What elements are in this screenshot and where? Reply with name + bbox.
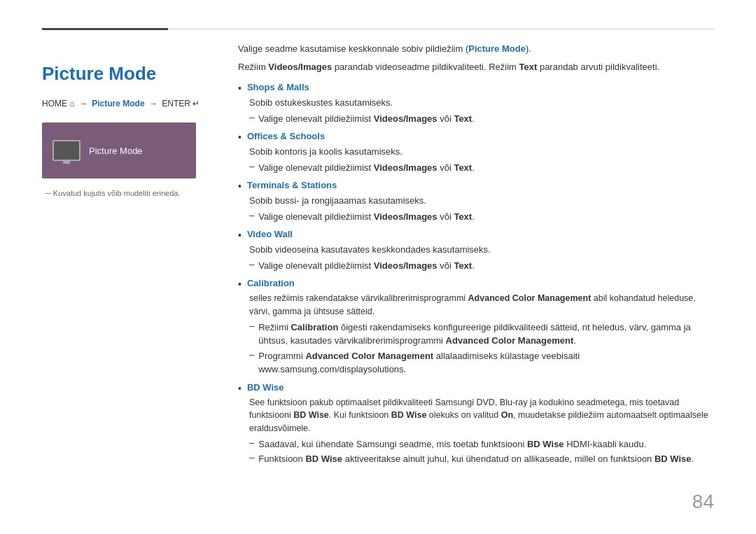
bullet-icon: • <box>238 383 241 394</box>
shops-malls-sub: – Valige olenevalt pildiežiimist Videos/… <box>249 112 714 126</box>
offices-schools-sub-text: Valige olenevalt pildiežiimist Videos/Im… <box>258 161 475 175</box>
bd-wise-sub2: – Funktsioon BD Wise aktiveeritakse ainu… <box>249 452 714 466</box>
video-wall-sub: – Valige olenevalt pildiežiimist Videos/… <box>249 259 714 273</box>
terminals-stations-sub-text: Valige olenevalt pildiežiimist Videos/Im… <box>258 210 475 224</box>
right-column: Valige seadme kasutamise keskkonnale sob… <box>238 42 714 472</box>
top-line-light <box>168 29 714 29</box>
offices-schools-sub: – Valige olenevalt pildiežiimist Videos/… <box>249 161 714 175</box>
intro1-text: Valige seadme kasutamise keskkonnale sob… <box>238 43 468 54</box>
intro2-end: parandab arvuti pildikvaliteeti. <box>537 62 659 72</box>
caption-text: Kuvatud kujutis võib mudeliti erineda. <box>42 189 224 197</box>
monitor-label: Picture Mode <box>89 146 143 156</box>
bd-wise-sub1-text: Saadaval, kui ühendate Samsungi seadme, … <box>258 437 646 451</box>
intro2-bold2: Text <box>519 62 538 72</box>
bd-wise-sub2-text: Funktsioon BD Wise aktiveeritakse ainult… <box>258 452 694 466</box>
dash-icon: – <box>249 161 254 171</box>
bullet-icon: • <box>238 83 241 94</box>
page-number: 84 <box>692 491 714 513</box>
bullet-row-calibration: • Calibration <box>238 278 714 290</box>
dash-icon: – <box>249 349 254 360</box>
calibration-sub2: – Programmi Advanced Color Management al… <box>249 349 714 377</box>
calibration-sub2-text: Programmi Advanced Color Management alla… <box>258 349 714 377</box>
video-wall-sub-text: Valige olenevalt pildiežiimist Videos/Im… <box>258 259 475 273</box>
intro2-bold1: Videos/Images <box>268 62 332 72</box>
dash-icon: – <box>249 112 254 122</box>
calibration-title: Calibration <box>247 278 295 288</box>
top-decoration <box>42 28 714 30</box>
bullet-row-shops: • Shops & Malls <box>238 82 714 94</box>
bullet-row-bdwise: • BD Wise <box>238 382 714 395</box>
calibration-sub1-text: Režiimi Calibration õigesti rakendamisek… <box>258 321 714 348</box>
intro2-start: Režiim <box>238 62 268 72</box>
breadcrumb-arrow2: → <box>149 99 160 108</box>
top-line-accent <box>42 28 168 30</box>
section-offices-schools: • Offices & Schools Sobib kontoris ja ko… <box>238 131 714 174</box>
breadcrumb-active: Picture Mode <box>92 99 144 108</box>
bullet-icon: • <box>238 132 241 143</box>
dash-icon: – <box>249 452 254 463</box>
breadcrumb-home: HOME ⌂ <box>42 99 75 108</box>
calibration-desc: selles režiimis rakendatakse värvikalibr… <box>249 292 714 318</box>
bullet-row-terminals: • Terminals & Stations <box>238 180 714 192</box>
bd-wise-desc: See funktsioon pakub optimaalset pildikv… <box>249 396 714 435</box>
page: Picture Mode HOME ⌂ → Picture Mode → ENT… <box>0 0 756 534</box>
section-video-wall: • Video Wall Sobib videoseina kasutavate… <box>238 229 714 272</box>
section-terminals-stations: • Terminals & Stations Sobib bussi- ja r… <box>238 180 714 223</box>
intro-line1: Valige seadme kasutamise keskkonnale sob… <box>238 42 714 56</box>
video-wall-title: Video Wall <box>247 229 293 239</box>
bullet-row-offices: • Offices & Schools <box>238 131 714 143</box>
section-shops-malls: • Shops & Malls Sobib ostukeskustes kasu… <box>238 82 714 125</box>
dash-icon: – <box>249 321 254 331</box>
breadcrumb-enter: ENTER ↵ <box>162 99 200 108</box>
dash-icon: – <box>249 210 254 220</box>
bullet-icon: • <box>238 279 241 290</box>
intro-line2: Režiim Videos/Images parandab videoseadm… <box>238 60 714 74</box>
bd-wise-title: BD Wise <box>247 382 284 393</box>
breadcrumb-arrow1: → <box>79 99 90 108</box>
dash-icon: – <box>249 259 254 269</box>
calibration-sub1: – Režiimi Calibration õigesti rakendamis… <box>249 321 714 348</box>
section-bd-wise: • BD Wise See funktsioon pakub optimaals… <box>238 382 714 466</box>
monitor-icon <box>52 140 80 161</box>
terminals-stations-title: Terminals & Stations <box>247 180 337 190</box>
terminals-stations-desc: Sobib bussi- ja rongijaaamas kasutamisek… <box>249 194 714 208</box>
bullet-icon: • <box>238 181 241 192</box>
bullet-row-videowall: • Video Wall <box>238 229 714 241</box>
bd-wise-sub1: – Saadaval, kui ühendate Samsungi seadme… <box>249 437 714 451</box>
dash-icon: – <box>249 437 254 448</box>
offices-schools-desc: Sobib kontoris ja koolis kasutamiseks. <box>249 145 714 159</box>
breadcrumb: HOME ⌂ → Picture Mode → ENTER ↵ <box>42 99 224 108</box>
left-column: Picture Mode HOME ⌂ → Picture Mode → ENT… <box>42 42 224 197</box>
shops-malls-desc: Sobib ostukeskustes kasutamiseks. <box>249 96 714 110</box>
terminals-stations-sub: – Valige olenevalt pildiežiimist Videos/… <box>249 210 714 224</box>
picture-mode-preview: Picture Mode <box>42 122 196 178</box>
shops-malls-title: Shops & Malls <box>247 82 309 92</box>
video-wall-desc: Sobib videoseina kasutavates keskkondade… <box>249 243 714 257</box>
page-title: Picture Mode <box>42 63 224 85</box>
section-calibration: • Calibration selles režiimis rakendatak… <box>238 278 714 377</box>
intro1-end: ). <box>526 43 531 54</box>
intro1-bold: Picture Mode <box>468 43 526 54</box>
bullet-icon: • <box>238 230 241 241</box>
shops-malls-sub-text: Valige olenevalt pildiežiimist Videos/Im… <box>258 112 475 126</box>
intro2-mid: parandab videoseadme pildikvaliteeti. Re… <box>332 62 519 72</box>
offices-schools-title: Offices & Schools <box>247 131 325 141</box>
